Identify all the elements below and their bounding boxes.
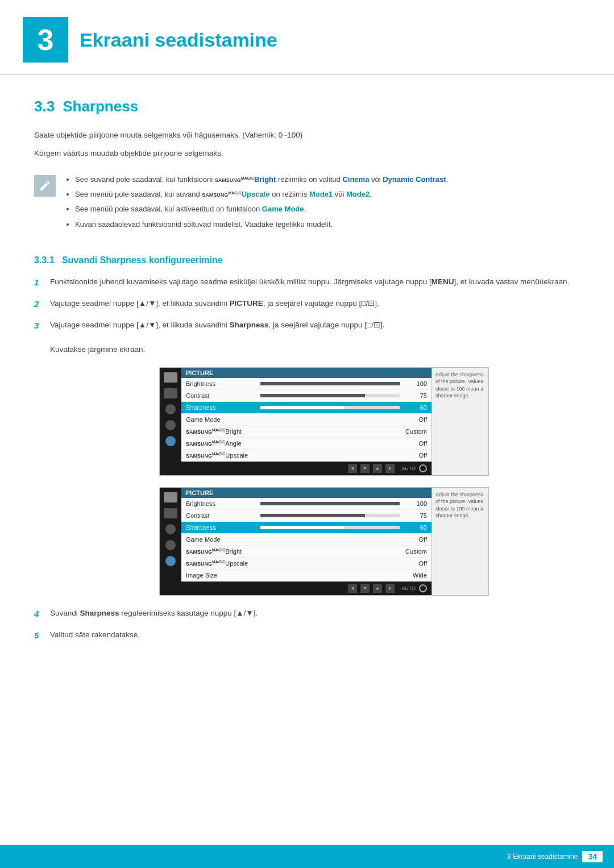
ctrl-power bbox=[419, 464, 427, 472]
note-icon bbox=[34, 175, 56, 197]
monitor-1-row-magic-bright: SAMSUNGMAGICBright Custom bbox=[181, 426, 432, 438]
monitor-1-header: PICTURE bbox=[181, 368, 432, 378]
step-1: 1 Funktsioonide juhendi kuvamiseks vajut… bbox=[34, 276, 580, 289]
note-list: See suvand pole saadaval, kui funktsioon… bbox=[65, 174, 448, 234]
monitor-2: PICTURE Brightness 100 Contrast 75 Sharp… bbox=[159, 487, 489, 596]
subsection-title: 3.3.1 Suvandi Sharpness konfigureerimine bbox=[34, 255, 580, 265]
monitor-1-row-magic-upscale: SAMSUNGMAGICUpscale Off bbox=[181, 450, 432, 462]
ctrl-up-2 bbox=[373, 584, 382, 593]
steps-list-cont: 4 Suvandi Sharpness reguleerimiseks kasu… bbox=[34, 607, 580, 642]
footer-chapter-label: 3 Ekraani seadistamine bbox=[507, 853, 578, 861]
sidebar-icon-gear-2 bbox=[165, 540, 176, 550]
description-2: Kõrgem väärtus muudab objektide piirjoon… bbox=[34, 147, 580, 160]
chapter-box: 3 bbox=[23, 17, 68, 63]
subsection-number: 3.3.1 bbox=[34, 255, 55, 265]
monitor-1-content: PICTURE Brightness 100 Contrast 75 Sharp… bbox=[181, 368, 432, 475]
svg-marker-6 bbox=[376, 587, 379, 589]
step-number-3: 3 bbox=[34, 319, 50, 333]
monitor-2-header: PICTURE bbox=[181, 488, 432, 498]
svg-marker-0 bbox=[351, 467, 354, 470]
sidebar-icon-display-2 bbox=[164, 492, 177, 502]
step-5: 5 Valitud säte rakendatakse. bbox=[34, 629, 580, 642]
step-3: 3 Vajutage seadmel nuppe [▲/▼], et liiku… bbox=[34, 319, 580, 356]
svg-marker-5 bbox=[363, 587, 367, 589]
ctrl-right bbox=[385, 464, 395, 473]
step-3-extra: Kuvatakse järgmine ekraan. bbox=[50, 345, 145, 354]
monitor-2-content: PICTURE Brightness 100 Contrast 75 Sharp… bbox=[181, 488, 432, 595]
brightness-bar bbox=[260, 382, 400, 385]
monitor-1-row-brightness: Brightness 100 bbox=[181, 378, 432, 390]
monitor-1: PICTURE Brightness 100 Contrast 75 Sharp… bbox=[159, 367, 489, 476]
step-content-3: Vajutage seadmel nuppe [▲/▼], et liikuda… bbox=[50, 319, 580, 356]
chapter-number: 3 bbox=[38, 25, 54, 55]
step-number-5: 5 bbox=[34, 629, 50, 642]
monitor-1-controls: AUTO bbox=[181, 462, 432, 475]
contrast-bar-2 bbox=[260, 514, 400, 517]
ctrl-power-2 bbox=[419, 584, 427, 592]
note-box: See suvand pole saadaval, kui funktsioon… bbox=[34, 168, 580, 239]
sidebar-icon-circle bbox=[165, 404, 176, 414]
monitor-2-tooltip: Adjust the sharpness of the picture. Val… bbox=[432, 488, 488, 595]
ctrl-left-2 bbox=[348, 584, 357, 593]
monitor-2-sidebar bbox=[160, 488, 181, 595]
sidebar-icon-gear bbox=[165, 420, 176, 430]
pencil-icon bbox=[39, 180, 51, 192]
main-content: 3.3 Sharpness Saate objektide piirjoone … bbox=[0, 98, 614, 684]
ctrl-right-2 bbox=[385, 584, 395, 593]
step-4: 4 Suvandi Sharpness reguleerimiseks kasu… bbox=[34, 607, 580, 621]
ctrl-down bbox=[360, 464, 370, 473]
step-content-5: Valitud säte rakendatakse. bbox=[50, 629, 580, 641]
ctrl-auto-label: AUTO bbox=[401, 466, 416, 471]
sidebar-icon-info-2 bbox=[165, 556, 176, 566]
monitor-2-row-sharpness: Sharpness 60 bbox=[181, 522, 432, 534]
monitor-1-row-contrast: Contrast 75 bbox=[181, 390, 432, 402]
ctrl-auto-label-2: AUTO bbox=[401, 585, 416, 591]
step-number-4: 4 bbox=[34, 607, 50, 621]
monitor-1-row-gamemode: Game Mode Off bbox=[181, 414, 432, 426]
brightness-bar-2 bbox=[260, 502, 400, 505]
subsection-heading: Suvandi Sharpness konfigureerimine bbox=[62, 255, 223, 265]
sidebar-icon-circle-2 bbox=[165, 524, 176, 534]
ctrl-up bbox=[373, 464, 382, 473]
step-content-1: Funktsioonide juhendi kuvamiseks vajutag… bbox=[50, 276, 580, 288]
sharpness-bar bbox=[260, 406, 400, 409]
sidebar-icon-menu-2 bbox=[164, 508, 177, 518]
note-item-4: Kuvari saadaolevad funktsioonid sõltuvad… bbox=[75, 219, 448, 230]
monitor-2-controls: AUTO bbox=[181, 582, 432, 595]
note-item-3: See menüü pole saadaval, kui aktiveeritu… bbox=[75, 203, 448, 215]
chapter-title: Ekraani seadistamine bbox=[80, 29, 277, 51]
monitor-2-row-imagesize: Image Size Wide bbox=[181, 570, 432, 582]
step-number-2: 2 bbox=[34, 297, 50, 311]
note-item-2: See menüü pole saadaval, kui suvand SAMS… bbox=[75, 189, 448, 200]
section-title: 3.3 Sharpness bbox=[34, 98, 580, 115]
svg-marker-3 bbox=[389, 467, 391, 470]
contrast-bar bbox=[260, 394, 400, 397]
step-number-1: 1 bbox=[34, 276, 50, 289]
svg-marker-7 bbox=[389, 587, 391, 590]
section-heading: Sharpness bbox=[63, 98, 138, 115]
section-number: 3.3 bbox=[34, 98, 55, 115]
steps-list: 1 Funktsioonide juhendi kuvamiseks vajut… bbox=[34, 276, 580, 356]
step-content-2: Vajutage seadmel nuppe [▲/▼], et liikuda… bbox=[50, 297, 580, 310]
sidebar-icon-info bbox=[165, 436, 176, 446]
sidebar-icon-display bbox=[164, 372, 177, 383]
step-content-4: Suvandi Sharpness reguleerimiseks kasuta… bbox=[50, 607, 580, 620]
description-1: Saate objektide piirjoone muuta selgemak… bbox=[34, 129, 580, 142]
svg-marker-2 bbox=[376, 467, 379, 470]
monitor-1-tooltip: Adjust the sharpness of the picture. Val… bbox=[432, 368, 488, 475]
ctrl-down-2 bbox=[360, 584, 370, 593]
monitor-2-row-brightness: Brightness 100 bbox=[181, 498, 432, 510]
note-item-1: See suvand pole saadaval, kui funktsioon… bbox=[75, 174, 448, 185]
monitor-1-row-magic-angle: SAMSUNGMAGICAngle Off bbox=[181, 438, 432, 450]
monitor-1-sidebar bbox=[160, 368, 181, 475]
monitors-container: PICTURE Brightness 100 Contrast 75 Sharp… bbox=[68, 367, 580, 596]
page-footer: 3 Ekraani seadistamine 34 bbox=[0, 845, 614, 868]
ctrl-left bbox=[348, 464, 357, 473]
monitor-1-row-sharpness: Sharpness 60 bbox=[181, 402, 432, 414]
page-header: 3 Ekraani seadistamine bbox=[0, 0, 614, 75]
step-2: 2 Vajutage seadmel nuppe [▲/▼], et liiku… bbox=[34, 297, 580, 311]
monitor-2-row-magic-upscale: SAMSUNGMAGICUpscale Off bbox=[181, 558, 432, 570]
monitor-2-row-contrast: Contrast 75 bbox=[181, 510, 432, 522]
footer-page-number: 34 bbox=[582, 851, 603, 862]
monitor-2-row-magic-bright: SAMSUNGMAGICBright Custom bbox=[181, 546, 432, 558]
